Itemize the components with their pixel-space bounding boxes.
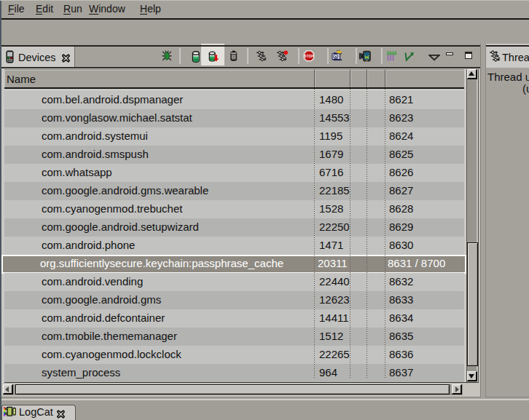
svg-text:STOP: STOP (305, 55, 314, 58)
